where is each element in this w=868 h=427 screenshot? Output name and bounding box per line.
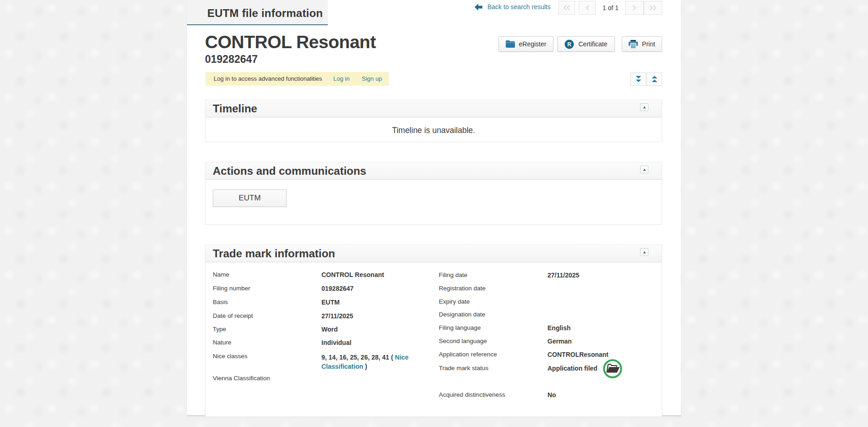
svg-text:R: R <box>568 41 572 48</box>
